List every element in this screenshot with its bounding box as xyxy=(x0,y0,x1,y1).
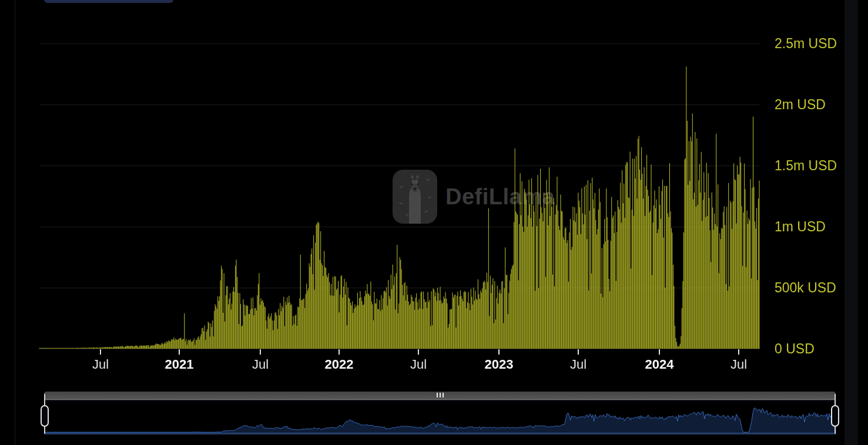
x-axis-label-jul-2022: Jul xyxy=(390,357,447,372)
navigator-area[interactable] xyxy=(45,400,836,435)
navigator-handle-left[interactable] xyxy=(41,405,49,427)
y-axis-label-1-5m: 1.5m USD xyxy=(775,158,863,173)
x-axis-label-2024: 2024 xyxy=(631,357,688,372)
chart-scrollbar-track[interactable] xyxy=(44,392,836,400)
x-axis-label-2021: 2021 xyxy=(151,357,207,372)
y-axis-label-500k: 500k USD xyxy=(775,280,863,295)
scrollbar-grip-icon[interactable] xyxy=(437,393,444,397)
y-axis-label-2m: 2m USD xyxy=(775,97,863,112)
x-axis-label-2022: 2022 xyxy=(311,357,367,372)
defillama-chart-page: DefiLlama 2.5m USD 2m USD 1.5m USD 1m US… xyxy=(0,0,868,445)
navigator-handle-right[interactable] xyxy=(831,405,839,427)
y-axis-label-2-5m: 2.5m USD xyxy=(775,36,863,51)
x-axis-label-2023: 2023 xyxy=(471,357,527,372)
x-axis-label-jul-2020: Jul xyxy=(72,357,129,372)
timeframe-button-partial[interactable] xyxy=(44,0,173,3)
x-axis-label-jul-2023: Jul xyxy=(550,357,606,372)
y-axis-label-1m: 1m USD xyxy=(775,219,863,234)
y-axis-label-0: 0 USD xyxy=(775,341,863,356)
fees-bar-chart-canvas[interactable] xyxy=(0,0,868,445)
x-axis-label-jul-2024: Jul xyxy=(711,357,767,372)
x-axis-label-jul-2021: Jul xyxy=(232,357,289,372)
